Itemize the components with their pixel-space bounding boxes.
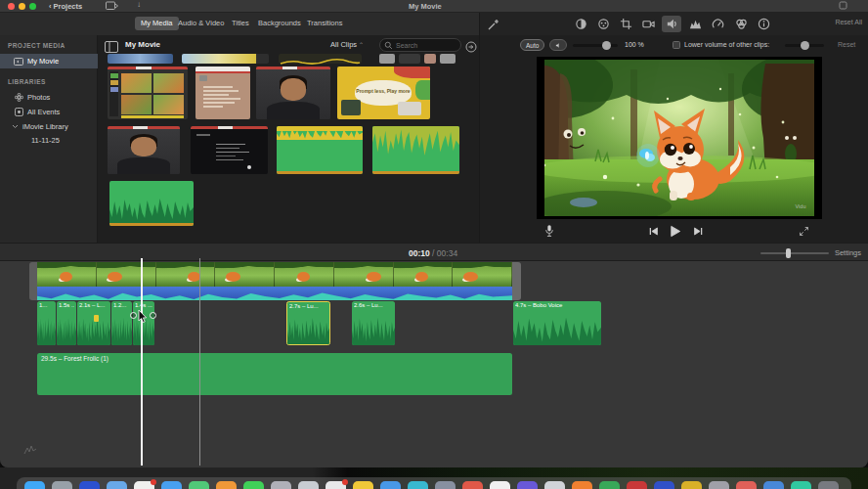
fade-handle[interactable] [150, 312, 156, 319]
dock-app-icon[interactable] [216, 481, 237, 489]
timeline-settings-button[interactable]: Settings [835, 248, 861, 257]
tab-transitions[interactable]: Transitions [301, 17, 348, 30]
media-clip-strip[interactable] [182, 54, 269, 64]
clip-info-icon[interactable] [754, 16, 773, 32]
lower-volume-checkbox[interactable] [673, 41, 680, 49]
dock-app-icon[interactable] [627, 481, 647, 489]
dock-app-icon[interactable] [107, 481, 127, 489]
enhance-wand-icon[interactable] [484, 16, 503, 32]
clip-filters-icon[interactable] [731, 16, 751, 32]
sidebar-toggle-icon[interactable] [105, 39, 118, 51]
video-track-clip[interactable] [37, 262, 512, 300]
volume-adjust-icon[interactable] [662, 16, 681, 32]
media-clip-strip[interactable] [399, 54, 420, 64]
dock-app-icon[interactable] [517, 481, 538, 489]
import-media-icon[interactable] [106, 1, 118, 13]
dock-app-icon[interactable] [353, 481, 373, 489]
media-clip-strip[interactable] [108, 54, 173, 64]
sidebar-item-imovie-library[interactable]: iMovie Library [0, 119, 98, 134]
volume-reset-button[interactable]: Reset [838, 41, 855, 48]
dock-app-icon[interactable] [490, 481, 510, 489]
dock-app-icon[interactable] [24, 481, 45, 489]
tab-audio-video[interactable]: Audio & Video [172, 17, 230, 30]
dock-app-icon[interactable] [544, 481, 565, 489]
mute-speaker-icon[interactable] [549, 39, 567, 51]
dock-app-icon[interactable] [791, 481, 811, 489]
dock-app-icon[interactable] [189, 481, 209, 489]
dock-app-icon[interactable] [243, 481, 264, 489]
next-frame-button[interactable] [689, 223, 707, 239]
speed-icon[interactable] [708, 16, 727, 32]
dock-app-icon[interactable] [818, 481, 839, 489]
dock-app-icon[interactable] [298, 481, 319, 489]
audio-clip[interactable]: 2.1s – L... [77, 301, 110, 345]
back-to-projects-button[interactable]: ‹ Projects [49, 2, 82, 11]
music-clip[interactable]: 29.5s – Forest Frolic (1) [37, 353, 512, 395]
dock-app-icon[interactable] [380, 481, 401, 489]
previous-frame-button[interactable] [644, 223, 662, 239]
media-thumb-editor-screenshot[interactable] [108, 67, 188, 119]
dock-app-icon[interactable] [736, 481, 757, 489]
tab-backgrounds[interactable]: Backgrounds [252, 17, 307, 30]
audio-clip-selected[interactable]: 2.7s – Lu... [286, 301, 330, 345]
dock-app-icon[interactable] [572, 481, 592, 489]
dock-app-icon[interactable] [79, 481, 100, 489]
dock-app-icon[interactable] [271, 481, 291, 489]
dock-app-icon[interactable] [408, 481, 428, 489]
audio-clip[interactable]: 2.6s – Lu... [352, 301, 395, 345]
sidebar-item-my-movie[interactable]: My Movie [0, 54, 98, 68]
media-thumb-audio-clip[interactable] [372, 126, 459, 174]
beat-marker[interactable] [94, 315, 99, 322]
noise-reduction-icon[interactable] [685, 16, 705, 32]
audio-clip[interactable]: 1.2... [111, 301, 132, 345]
audio-clip[interactable]: 4.7s – Bobo Voice [513, 301, 601, 345]
clip-end-cap[interactable] [512, 262, 521, 300]
hide-browser-icon[interactable] [465, 39, 477, 51]
window-control-icon[interactable] [839, 1, 847, 12]
dock-app-icon[interactable] [709, 481, 729, 489]
media-thumb-webcam-2[interactable] [108, 126, 180, 174]
clip-filter-dropdown[interactable]: All Clips⌃ [330, 40, 364, 49]
zoom-window-button[interactable] [29, 3, 36, 10]
volume-slider[interactable] [573, 44, 618, 47]
media-thumb-audio-clip[interactable] [277, 126, 363, 174]
media-clip-strip[interactable] [424, 54, 436, 64]
play-button[interactable] [666, 223, 683, 239]
media-thumb-webcam[interactable] [256, 67, 330, 119]
clip-trim-handle[interactable] [29, 262, 37, 300]
sidebar-item-all-events[interactable]: All Events [0, 105, 98, 119]
color-balance-icon[interactable] [571, 16, 590, 32]
media-thumb-yellow-card[interactable]: Prompt less, Play more [337, 67, 430, 119]
dock-app-icon[interactable] [326, 481, 346, 489]
dock-app-icon[interactable] [52, 481, 72, 489]
color-correction-icon[interactable] [593, 16, 613, 32]
search-input[interactable] [396, 42, 456, 49]
media-clip-strip[interactable] [279, 54, 362, 64]
sidebar-item-photos[interactable]: Photos [0, 90, 98, 105]
sidebar-item-library-event[interactable]: 11-11-25 [0, 133, 98, 148]
media-thumb-audio-clip[interactable] [109, 181, 194, 226]
stabilization-icon[interactable] [638, 16, 658, 32]
voiceover-mic-icon[interactable] [541, 223, 558, 239]
minimize-window-button[interactable] [19, 3, 25, 10]
dock-app-icon[interactable] [654, 481, 674, 489]
dock-app-icon[interactable] [435, 481, 456, 489]
dock-app-icon[interactable] [681, 481, 702, 489]
reset-all-button[interactable]: Reset All [835, 19, 862, 25]
dock-app-icon[interactable] [161, 481, 182, 489]
audio-clip[interactable]: 1.5s ... [57, 301, 76, 345]
tab-titles[interactable]: Titles [226, 17, 255, 30]
dock-app-icon[interactable] [462, 481, 483, 489]
playhead[interactable] [141, 258, 143, 466]
auto-button[interactable]: Auto [520, 39, 544, 51]
crop-icon[interactable] [616, 16, 635, 32]
timeline-zoom-slider[interactable] [760, 252, 829, 254]
audio-clip[interactable]: 1... [37, 301, 56, 345]
dock-app-icon[interactable] [599, 481, 620, 489]
fade-handle[interactable] [130, 312, 137, 319]
media-thumb-document[interactable] [195, 67, 250, 119]
dock-app-icon[interactable] [134, 481, 154, 489]
media-clip-strip[interactable] [440, 54, 456, 64]
media-clip-strip[interactable] [379, 54, 395, 64]
fullscreen-icon[interactable] [795, 223, 812, 239]
